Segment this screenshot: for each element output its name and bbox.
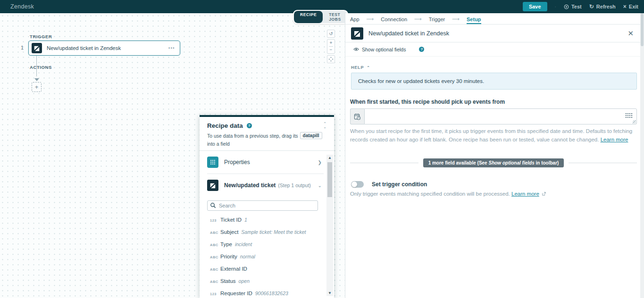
- save-button[interactable]: Save: [523, 2, 547, 11]
- show-optional-fields-button[interactable]: Show optional fields: [353, 47, 406, 52]
- recipe-editor: Zendesk Save · Test ↻ Refresh × Exit REC…: [0, 0, 644, 298]
- zendesk-icon: [32, 43, 42, 53]
- datapill-row[interactable]: 123 Requester ID 900661832623: [200, 287, 334, 298]
- breadcrumb-trigger[interactable]: Trigger: [429, 17, 445, 24]
- arrow-right-icon: ⟶: [452, 16, 460, 24]
- pickup-field-label: When first started, this recipe should p…: [350, 99, 640, 105]
- datapill-row[interactable]: ABC External ID: [200, 263, 334, 275]
- close-icon: ×: [623, 4, 627, 9]
- properties-row[interactable]: Properties ❯: [200, 151, 334, 174]
- scrollbar-thumb[interactable]: [327, 162, 332, 197]
- datetime-picker-button[interactable]: [350, 108, 364, 124]
- datapill-name: Subject: [220, 229, 238, 235]
- datapill-name: Type: [220, 241, 232, 247]
- panel-toolbar: Show optional fields ?: [345, 42, 640, 57]
- chevron-down-icon: ⌄: [318, 183, 322, 188]
- zoom-in-button[interactable]: +: [327, 40, 335, 46]
- divider: [350, 163, 418, 163]
- resize-grip[interactable]: [633, 120, 636, 124]
- datapill-row[interactable]: ABC Status open: [200, 275, 334, 287]
- trigger-condition-label[interactable]: Set trigger condition: [372, 181, 427, 188]
- eye-icon: [353, 47, 359, 51]
- pickup-field: [350, 108, 637, 124]
- datapill-type-badge: 123: [210, 218, 220, 223]
- view-tabs: RECIPE TEST JOBS: [293, 10, 348, 24]
- datapill-grid-button[interactable]: [626, 113, 632, 122]
- chevron-up-icon: ⌃: [367, 66, 370, 70]
- datapill-name: Ticket ID: [220, 217, 242, 223]
- datapill-row[interactable]: 123 Ticket ID 1: [200, 214, 334, 226]
- datapill-type-badge: ABC: [210, 231, 220, 235]
- zoom-out-button[interactable]: −: [327, 47, 335, 53]
- undo-icon: ↺: [327, 31, 335, 37]
- datapill-sample-value: Sample ticket: Meet the ticket: [241, 229, 306, 235]
- learn-more-link[interactable]: Learn more: [511, 191, 539, 197]
- arrow-right-icon: ⟶: [367, 16, 374, 24]
- collapse-panel-button[interactable]: ⌃⌄: [323, 123, 326, 129]
- breadcrumb-app[interactable]: App: [350, 17, 360, 24]
- datapill-name: External ID: [220, 266, 247, 272]
- scroll-up-arrow[interactable]: ▲: [326, 156, 333, 160]
- scroll-down-arrow[interactable]: ▼: [326, 291, 333, 295]
- reset-view-button[interactable]: ↺: [327, 30, 335, 38]
- datapill-sample-value: open: [239, 278, 250, 284]
- recipe-data-hint: To use data from a previous step, drag i…: [207, 132, 326, 147]
- trigger-config-panel: App ⟶ Connection ⟶ Trigger ⟶ Setup New/u…: [345, 13, 640, 298]
- pickup-datetime-input[interactable]: [364, 108, 637, 124]
- panel-title: New/updated ticket in Zendesk: [368, 30, 627, 37]
- help-circle-icon[interactable]: ?: [247, 123, 252, 128]
- trigger-step-title: New/updated ticket in Zendesk: [47, 45, 168, 51]
- datapill-list: 123 Ticket ID 1 ABC Subject Sample ticke…: [200, 214, 334, 298]
- datapill-search: [207, 200, 318, 211]
- help-section-toggle[interactable]: HELP ⌃: [351, 65, 640, 70]
- page-scrollbar[interactable]: [640, 13, 644, 298]
- panel-header: New/updated ticket in Zendesk ✕: [345, 25, 640, 42]
- datapill-type-badge: ABC: [210, 280, 220, 284]
- datapill-sample-value: incident: [235, 241, 252, 247]
- tab-recipe[interactable]: RECIPE: [294, 11, 323, 23]
- step-number: 1: [21, 45, 24, 50]
- add-action-button[interactable]: +: [32, 82, 42, 92]
- calendar-icon: [354, 113, 361, 120]
- fit-view-button[interactable]: [327, 55, 335, 63]
- datapill-type-badge: ABC: [210, 255, 220, 259]
- zendesk-icon: [207, 180, 218, 191]
- test-button[interactable]: Test: [564, 4, 582, 9]
- refresh-button[interactable]: ↻ Refresh: [589, 4, 616, 9]
- optional-fields-divider: 1 more field available (See Show optiona…: [350, 158, 637, 167]
- trigger-condition-toggle[interactable]: [351, 181, 364, 188]
- datapill-type-badge: ABC: [210, 267, 220, 272]
- exit-button[interactable]: × Exit: [623, 4, 638, 9]
- actions-section-label: ACTIONS: [30, 65, 52, 70]
- breadcrumb: App ⟶ Connection ⟶ Trigger ⟶ Setup: [345, 13, 640, 25]
- close-panel-button[interactable]: ✕: [627, 30, 634, 37]
- trigger-step-card[interactable]: New/updated ticket in Zendesk •••: [28, 41, 180, 56]
- popup-scrollbar[interactable]: ▲ ▼: [326, 155, 333, 296]
- help-circle-icon[interactable]: ?: [419, 47, 424, 52]
- datapill-name: Requester ID: [220, 290, 252, 296]
- datapill-row[interactable]: ABC Type incident: [200, 238, 334, 250]
- topbar-actions: Save · Test ↻ Refresh × Exit: [523, 2, 638, 11]
- datapill-sample-value: normal: [240, 254, 255, 259]
- toggle-knob: [351, 182, 357, 187]
- breadcrumb-setup[interactable]: Setup: [467, 17, 481, 24]
- step-connector-arrow: [34, 78, 39, 81]
- fit-view-icon: [328, 57, 334, 62]
- learn-more-link[interactable]: Learn more: [601, 137, 628, 142]
- trigger-condition-row: Set trigger condition: [351, 181, 640, 188]
- datapill-name: Priority: [220, 254, 237, 259]
- datapill-row[interactable]: ABC Subject Sample ticket: Meet the tick…: [200, 226, 334, 238]
- test-icon: [564, 4, 569, 9]
- datapill-sample-value: 1: [244, 217, 247, 223]
- step-output-row[interactable]: New/updated ticket(Step 1 output) ⌄: [200, 174, 334, 197]
- app-title: Zendesk: [10, 3, 34, 10]
- refresh-icon: ↻: [589, 4, 594, 9]
- tab-test-jobs[interactable]: TEST JOBS: [323, 11, 347, 23]
- scrollbar-thumb[interactable]: [641, 13, 644, 46]
- datapill-row[interactable]: ABC Priority normal: [200, 250, 334, 263]
- search-input[interactable]: [207, 200, 318, 211]
- step-menu-button[interactable]: •••: [168, 46, 175, 50]
- breadcrumb-connection[interactable]: Connection: [381, 17, 407, 24]
- trigger-condition-help: Only trigger events matching specified c…: [350, 191, 637, 197]
- datapill-type-badge: ABC: [210, 243, 220, 247]
